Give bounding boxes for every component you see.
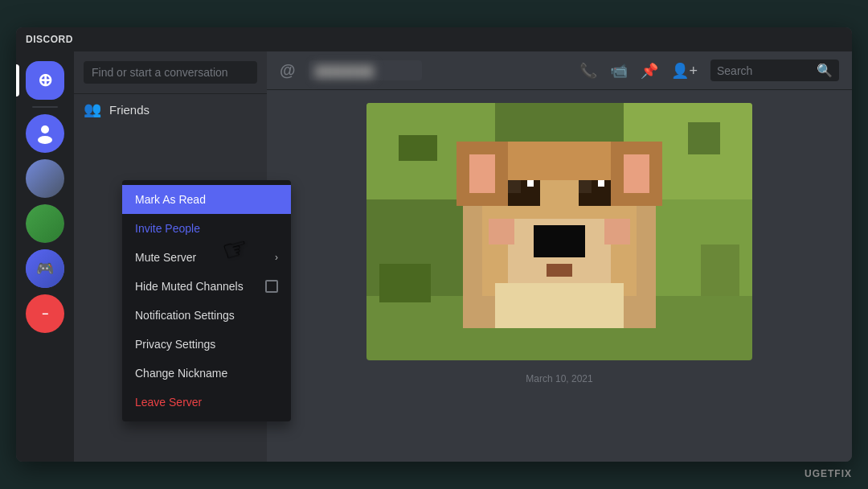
- svg-rect-13: [469, 154, 495, 193]
- ctx-privacy-settings[interactable]: Privacy Settings: [122, 330, 291, 359]
- ctx-mute-server-arrow: ›: [275, 252, 278, 263]
- ctx-mark-as-read[interactable]: Mark As Read: [122, 185, 291, 214]
- main-content: @ ████████ 📞 📹 📌 👤+: [267, 51, 852, 462]
- svg-rect-33: [701, 244, 739, 296]
- add-friend-icon[interactable]: 👤+: [671, 62, 698, 80]
- watermark: UGETFIX: [805, 468, 852, 479]
- search-bar: 🔍: [710, 60, 839, 81]
- title-bar: DISCORD: [16, 27, 852, 51]
- ctx-change-nickname[interactable]: Change Nickname: [122, 359, 291, 388]
- dm-search-input[interactable]: [84, 61, 257, 84]
- svg-point-1: [38, 136, 52, 144]
- search-input[interactable]: [717, 64, 812, 77]
- channel-name-display: ████████: [309, 60, 423, 80]
- dm-search-container: [74, 51, 267, 94]
- ctx-nickname-label: Change Nickname: [135, 367, 227, 380]
- friends-icon: 👥: [84, 101, 101, 118]
- at-symbol-icon: @: [280, 61, 296, 80]
- ctx-invite-people-label: Invite People: [135, 222, 200, 235]
- pin-icon[interactable]: 📌: [641, 62, 658, 80]
- ctx-leave-label: Leave Server: [135, 396, 202, 409]
- app-window: DISCORD ⊕ 🎮: [16, 27, 852, 462]
- date-divider: March 10, 2021: [280, 373, 839, 384]
- svg-rect-30: [399, 135, 437, 161]
- friends-label: Friends: [109, 103, 149, 117]
- channel-sidebar: 👥 Friends Mark As Read Invite People Mut…: [74, 51, 267, 462]
- date-divider-text: March 10, 2021: [526, 373, 592, 384]
- ctx-mute-server-label: Mute Server: [135, 251, 196, 264]
- ctx-notification-label: Notification Settings: [135, 309, 235, 322]
- svg-point-0: [41, 125, 49, 134]
- title-bar-text: DISCORD: [26, 34, 73, 45]
- pixel-dog-image: [366, 103, 752, 360]
- video-icon[interactable]: 📹: [610, 62, 628, 80]
- svg-rect-14: [624, 154, 649, 193]
- svg-rect-31: [688, 122, 720, 154]
- call-icon[interactable]: 📞: [579, 62, 597, 80]
- pixel-image-container: [366, 103, 752, 360]
- friends-nav-item[interactable]: 👥 Friends: [74, 94, 267, 125]
- context-menu: Mark As Read Invite People Mute Server ›…: [122, 180, 291, 421]
- svg-rect-26: [547, 264, 572, 277]
- server-icon-5[interactable]: −: [26, 294, 64, 333]
- server-icon-2[interactable]: [26, 159, 64, 198]
- discord-home-button[interactable]: ⊕: [26, 61, 64, 100]
- svg-rect-32: [379, 264, 431, 302]
- main-layout: ⊕ 🎮 −: [16, 51, 852, 462]
- search-icon: 🔍: [817, 63, 833, 78]
- svg-rect-18: [579, 180, 592, 193]
- discord-logo-icon: ⊕: [38, 70, 52, 91]
- svg-rect-27: [489, 219, 514, 244]
- svg-rect-17: [508, 180, 521, 193]
- channel-header: @ ████████ 📞 📹 📌 👤+: [267, 51, 852, 90]
- header-icons: 📞 📹 📌 👤+ 🔍: [579, 60, 839, 81]
- ctx-privacy-label: Privacy Settings: [135, 338, 215, 351]
- channel-name-blurred: ████████: [315, 65, 375, 77]
- server-icon-3[interactable]: [26, 204, 64, 243]
- ctx-hide-muted-channels[interactable]: Hide Muted Channels: [122, 272, 291, 301]
- server-sidebar: ⊕ 🎮 −: [16, 51, 74, 462]
- svg-rect-29: [495, 283, 624, 328]
- server-divider: [32, 106, 58, 108]
- ctx-mute-server[interactable]: Mute Server ›: [122, 243, 291, 272]
- chat-area: March 10, 2021: [267, 90, 852, 462]
- svg-rect-28: [604, 219, 630, 244]
- server-icon-1[interactable]: [26, 114, 64, 153]
- svg-rect-19: [527, 180, 534, 187]
- ctx-invite-people[interactable]: Invite People: [122, 214, 291, 243]
- ctx-hide-muted-checkbox[interactable]: [265, 280, 278, 293]
- svg-rect-10: [495, 142, 624, 180]
- ctx-notification-settings[interactable]: Notification Settings: [122, 301, 291, 330]
- server-icon-4[interactable]: 🎮: [26, 249, 64, 288]
- svg-rect-25: [534, 225, 585, 257]
- ctx-hide-muted-label: Hide Muted Channels: [135, 280, 244, 293]
- svg-rect-20: [598, 180, 604, 187]
- ctx-leave-server[interactable]: Leave Server: [122, 388, 291, 417]
- ctx-mark-as-read-label: Mark As Read: [135, 193, 206, 206]
